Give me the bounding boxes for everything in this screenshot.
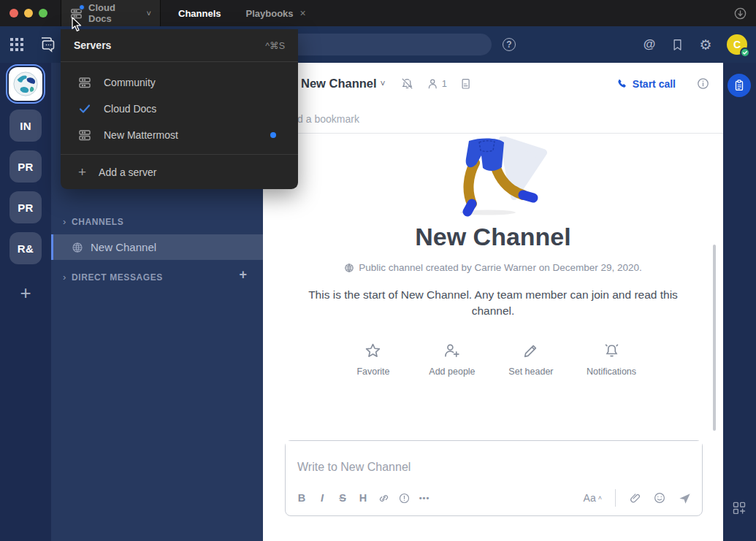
tab-playbooks[interactable]: Playbooks × [246,7,306,19]
italic-button[interactable]: I [312,488,332,507]
action-label: Add people [429,367,475,377]
toolbar-divider [615,489,616,507]
action-label: Favorite [356,367,389,377]
channel-intro-illustration [427,137,559,217]
team-item[interactable]: PR [9,150,42,183]
link-button[interactable] [373,488,394,507]
server-dropdown-tab[interactable]: Cloud Docs ˅ [61,0,161,26]
zoom-window-button[interactable] [39,9,47,18]
send-button[interactable] [674,488,695,507]
download-update-button[interactable] [731,4,749,22]
chevron-down-icon[interactable]: ˅ [381,79,386,89]
menu-item-community[interactable]: Community [61,69,298,96]
servers-menu-header: Servers ^⌘S [61,29,298,61]
channels-section-header[interactable]: › CHANNELS [63,216,123,227]
alert-circle-icon [398,492,411,504]
attach-file-button[interactable] [625,488,645,507]
members-button[interactable]: 1 [427,77,447,91]
add-people-button[interactable]: Add people [429,342,476,377]
toggle-formatting-button[interactable]: Aa ˄ [579,492,606,504]
sidebar-item-new-channel[interactable]: New Channel [51,234,263,260]
servers-menu-shortcut: ^⌘S [265,40,285,51]
tab-channels[interactable]: Channels [178,8,221,19]
online-status-badge [740,47,750,58]
chevron-up-icon: ˄ [598,494,602,502]
servers-menu-items: Community Cloud Docs New Mattermost [61,62,298,154]
channel-header-icons: 1 [400,77,473,91]
close-tab-icon[interactable]: × [300,7,306,19]
download-icon [733,7,747,20]
window-controls [9,9,47,18]
more-formatting-button[interactable]: ••• [414,488,435,507]
team-sidebar: IN PR PR R& + [0,63,51,541]
strikethrough-button[interactable]: S [332,488,353,507]
channel-intro: New Channel Public channel created by Ca… [263,134,723,440]
apps-grid-plus-icon [732,500,747,515]
team-item[interactable]: IN [9,110,42,142]
member-icon [427,77,440,91]
direct-messages-section-header[interactable]: › DIRECT MESSAGES [63,272,163,283]
bell-icon [603,342,621,360]
menu-item-new-mattermost[interactable]: New Mattermost [61,122,298,148]
chat-bubbles-icon [38,35,57,54]
team-item[interactable]: R& [9,232,42,264]
start-call-label: Start call [633,78,676,90]
team-initials: R& [18,242,34,255]
product-switcher-button[interactable] [10,38,23,51]
chevron-icon: › [63,272,66,283]
add-direct-message-button[interactable]: + [239,267,247,283]
direct-messages-section-label: DIRECT MESSAGES [72,272,163,283]
team-item-active[interactable] [9,67,42,101]
channels-product-button[interactable] [38,35,57,54]
message-input[interactable] [286,441,702,479]
channel-created-text: Public channel created by Carrie Warner … [359,262,641,273]
minimize-window-button[interactable] [24,9,33,18]
pinned-files-icon[interactable] [459,77,473,91]
team-item[interactable]: PR [9,191,42,223]
channel-info-icon[interactable] [696,77,710,91]
grid-icon [10,38,23,51]
chevron-down-icon: ˅ [147,9,151,18]
emoji-button[interactable] [649,488,670,507]
add-team-button[interactable]: + [20,283,31,302]
favorite-button[interactable]: Favorite [350,342,397,377]
user-avatar[interactable]: C [727,34,747,55]
heading-button[interactable]: H [353,488,373,507]
settings-button[interactable]: ⚙ [698,37,714,53]
search-input[interactable] [276,34,492,55]
header-actions: @ ⚙ C [641,26,756,63]
bookmark-bar[interactable]: Add a bookmark [263,104,723,134]
product-tabs: Channels Playbooks × [178,0,306,26]
set-header-button[interactable]: Set header [508,342,554,377]
composer-right-actions: Aa ˄ [579,488,695,507]
link-icon [378,492,390,504]
channel-name: New Channel [91,241,156,253]
playbooks-app-button[interactable] [728,74,751,97]
chevron-icon: › [63,216,66,227]
server-icon [70,7,83,20]
member-count: 1 [442,78,447,89]
add-apps-button[interactable] [732,500,747,515]
menu-item-cloud-docs[interactable]: Cloud Docs [61,96,298,122]
start-call-button[interactable]: Start call [616,78,676,90]
notifications-button[interactable]: Notifications [587,342,636,377]
mentions-button[interactable]: @ [641,37,657,52]
notifications-muted-icon[interactable] [400,77,414,91]
paperclip-icon [629,492,641,504]
channel-title-dropdown[interactable]: New Channel [301,77,377,91]
help-button[interactable]: ? [503,38,516,51]
action-label: Notifications [587,367,636,377]
tab-playbooks-label: Playbooks [246,8,294,19]
globe-team-icon [12,70,39,98]
plus-icon: + [78,165,86,179]
bold-button[interactable]: B [291,488,312,507]
saved-posts-button[interactable] [671,38,684,52]
phone-icon [616,78,627,89]
add-server-menu-item[interactable]: + Add a server [61,155,298,189]
team-initials: PR [18,161,33,173]
priority-button[interactable] [394,488,414,507]
main-scrollbar[interactable] [713,245,716,431]
globe-icon [72,242,83,253]
close-window-button[interactable] [9,9,18,18]
unread-dot [270,132,276,138]
